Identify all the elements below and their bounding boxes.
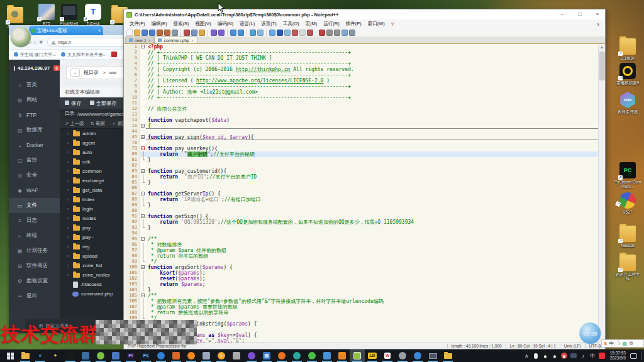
back-button[interactable]: ← (70, 69, 80, 77)
fold-margin[interactable] (140, 50, 146, 55)
fold-margin[interactable]: − (140, 191, 146, 197)
bookmark-item[interactable]: 叉叉脚本开发手册... (61, 52, 106, 58)
taskbar-icon-dual-monitor-app[interactable] (425, 349, 440, 362)
fold-margin[interactable]: − (140, 265, 146, 270)
fold-margin[interactable] (140, 118, 146, 123)
taskbar-icon-360-safe[interactable]: ✦ (48, 349, 63, 362)
fold-collapse-icon[interactable]: − (141, 237, 145, 241)
print-icon[interactable] (172, 30, 178, 36)
fold-margin[interactable]: − (140, 293, 146, 299)
indent-guide-icon[interactable] (284, 30, 291, 36)
fold-margin[interactable] (140, 72, 146, 78)
scroll-up-icon[interactable]: ▲ (599, 44, 605, 50)
doc-tab-close-icon[interactable]: × (191, 38, 194, 43)
fold-margin[interactable]: − (140, 44, 146, 50)
fold-margin[interactable] (140, 276, 146, 282)
copy-icon[interactable] (191, 30, 197, 36)
fold-margin[interactable] (140, 101, 146, 106)
fold-margin[interactable] (140, 151, 146, 157)
fold-collapse-icon[interactable]: − (141, 45, 145, 48)
fold-collapse-icon[interactable]: − (141, 214, 145, 218)
tray-qq2-icon[interactable] (551, 349, 559, 362)
sidebar-item-安全[interactable]: ◎安全 (9, 168, 60, 183)
save-macro-icon[interactable] (341, 30, 348, 36)
fold-margin[interactable]: − (140, 168, 146, 174)
taskbar-icon-calculator[interactable]: ▦ (259, 349, 274, 362)
taskbar-icon-contact-app[interactable] (108, 349, 123, 362)
menu-设置(T)[interactable]: 设置(T) (258, 21, 280, 27)
desktop-icon-雷电模拟器9[interactable]: ↗雷电模拟器9 (614, 63, 641, 85)
zoom-in-icon[interactable] (250, 30, 256, 36)
start-button[interactable] (3, 349, 18, 362)
fold-margin[interactable] (140, 304, 146, 310)
taskbar-icon-game-app[interactable] (169, 349, 184, 362)
desktop-icon-2.1修改[interactable]: ↗2.1修改 (614, 35, 641, 60)
play-macro-icon[interactable] (334, 30, 340, 36)
editor-scrollbar[interactable]: ▲ ▼ (598, 44, 605, 344)
taskbar-icon-file-explorer[interactable] (18, 349, 33, 362)
fold-margin[interactable] (140, 89, 146, 95)
fold-collapse-icon[interactable]: − (141, 192, 145, 195)
taskbar-icon-orange-folder-app[interactable] (440, 349, 455, 362)
sidebar-item-数据库[interactable]: ▤数据库 (9, 123, 60, 138)
taskbar-icon-globe-app[interactable] (395, 349, 410, 362)
cut-icon[interactable] (184, 30, 190, 36)
menu-宏(M)[interactable]: 宏(M) (303, 21, 321, 27)
taskbar-icon-avatar-app[interactable] (199, 349, 214, 362)
sidebar-item-计划任务[interactable]: ▦计划任务 (9, 243, 60, 258)
save-all-button[interactable]: 全部保存 (90, 100, 116, 107)
fold-margin[interactable] (140, 95, 146, 101)
sidebar-item-终端[interactable]: ▹终端 (9, 228, 60, 243)
fold-margin[interactable] (140, 197, 146, 202)
ime-icon[interactable]: ⚙ (629, 341, 633, 346)
word-wrap-icon[interactable] (269, 30, 275, 36)
scrollbar-thumb[interactable] (599, 52, 605, 80)
taskbar-icon-wps[interactable]: W (380, 349, 395, 362)
monitor-icon[interactable] (307, 30, 313, 36)
stop-macro-icon[interactable] (326, 30, 333, 36)
menu-运行(R)[interactable]: 运行(R) (320, 21, 342, 27)
fold-collapse-icon[interactable]: − (141, 169, 145, 173)
fold-margin[interactable] (140, 225, 146, 231)
tray-red-app-icon[interactable] (598, 349, 606, 362)
action-刷新[interactable]: ↻ 刷新 (91, 121, 105, 127)
ime-icon[interactable]: ☽ (616, 341, 620, 346)
menu-语言(L)[interactable]: 语言(L) (236, 21, 258, 27)
taskbar-icon-android[interactable] (93, 349, 108, 362)
menu-?[interactable]: ? (388, 21, 397, 27)
fold-margin[interactable] (140, 157, 146, 163)
taskbar-icon-layers-app[interactable] (229, 349, 244, 362)
floating-clock-widget[interactable]: 09:38 (579, 322, 601, 344)
fold-margin[interactable] (140, 259, 146, 265)
redo-icon[interactable] (218, 30, 225, 36)
browser-tab-bt-panel[interactable]: 宝塔Linux面板 × (29, 26, 103, 35)
fold-margin[interactable] (140, 163, 146, 168)
menu-工具(O)[interactable]: 工具(O) (280, 21, 303, 27)
tray-notification-icon[interactable] (630, 349, 638, 362)
fold-margin[interactable] (140, 202, 146, 208)
taskbar-icon-ie-browser[interactable]: e (33, 349, 48, 362)
fold-margin[interactable] (140, 61, 146, 67)
fold-margin[interactable]: − (140, 146, 146, 151)
tray-ime-indicator[interactable]: 中 (589, 349, 597, 362)
record-macro-icon[interactable] (319, 30, 325, 36)
taskbar-icon-search-orange[interactable] (184, 349, 199, 362)
taskbar-icon-ldplayer[interactable]: LD (365, 349, 380, 362)
paste-icon[interactable] (199, 30, 205, 36)
taskbar-icon-photoshop[interactable]: Ps (138, 349, 153, 362)
fold-margin[interactable]: − (140, 214, 146, 219)
sidebar-item-首页[interactable]: ⌂首页 (9, 77, 60, 92)
sidebar-item-监控[interactable]: ▢监控 (9, 153, 60, 168)
notepad-titlebar[interactable]: C:\Users\Administrator\AppData\Local\Tem… (124, 9, 605, 19)
tray-tim-icon[interactable] (560, 349, 569, 362)
taskbar-icon-purple-app[interactable] (244, 349, 259, 362)
breadcrumb-path[interactable]: ww (109, 70, 117, 75)
action-上一级[interactable]: ➚ 上一级 (65, 121, 84, 127)
new-file-icon[interactable] (126, 30, 133, 36)
menu-视图(V)[interactable]: 视图(V) (192, 21, 214, 27)
func-list-icon[interactable] (299, 30, 306, 36)
taskbar-icon-camera-app[interactable] (335, 349, 350, 362)
ime-toolbar[interactable]: S中☽▦⚙ (601, 339, 644, 348)
sidebar-item-文件[interactable]: ▭文件 (9, 198, 60, 213)
fold-margin[interactable] (140, 231, 146, 236)
